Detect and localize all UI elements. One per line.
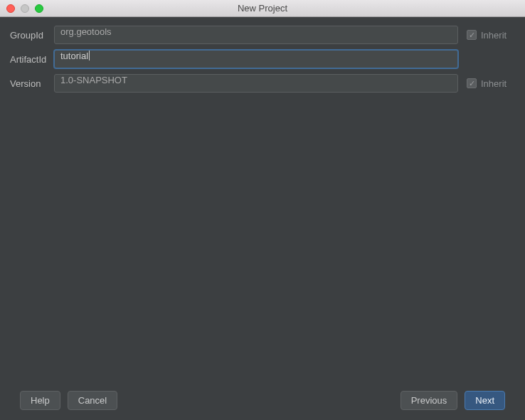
checkbox-icon: ✓ xyxy=(467,78,477,88)
footer-left: Help Cancel xyxy=(20,391,117,410)
content-area: GroupId org.geotools ✓ Inherit ArtifactI… xyxy=(0,17,525,420)
spacer xyxy=(10,93,515,380)
footer: Help Cancel Previous Next xyxy=(10,380,515,420)
groupid-label: GroupId xyxy=(10,30,54,41)
inherit-label: Inherit xyxy=(481,78,507,89)
version-label: Version xyxy=(10,78,54,89)
version-input[interactable]: 1.0-SNAPSHOT xyxy=(54,74,458,93)
maximize-icon[interactable] xyxy=(35,4,43,13)
new-project-window: New Project GroupId org.geotools ✓ Inher… xyxy=(0,0,525,420)
inherit-label: Inherit xyxy=(481,30,507,41)
groupid-value: org.geotools xyxy=(60,26,112,37)
close-icon[interactable] xyxy=(6,4,15,13)
version-value: 1.0-SNAPSHOT xyxy=(60,75,127,85)
titlebar: New Project xyxy=(0,0,525,17)
window-controls xyxy=(6,4,43,13)
groupid-input[interactable]: org.geotools xyxy=(54,26,458,44)
artifactid-label: ArtifactId xyxy=(10,54,54,65)
artifactid-input[interactable]: tutorial xyxy=(54,50,458,68)
minimize-icon[interactable] xyxy=(21,4,29,13)
text-caret xyxy=(89,51,90,61)
artifactid-value: tutorial xyxy=(60,51,88,61)
checkbox-icon: ✓ xyxy=(467,30,477,40)
next-button[interactable]: Next xyxy=(465,391,505,410)
version-inherit[interactable]: ✓ Inherit xyxy=(458,78,515,89)
footer-right: Previous Next xyxy=(401,391,505,410)
previous-button[interactable]: Previous xyxy=(401,391,458,410)
cancel-button[interactable]: Cancel xyxy=(68,391,117,410)
help-button[interactable]: Help xyxy=(20,391,60,410)
window-title: New Project xyxy=(0,3,525,14)
groupid-inherit[interactable]: ✓ Inherit xyxy=(458,30,515,41)
form: GroupId org.geotools ✓ Inherit ArtifactI… xyxy=(10,26,515,93)
